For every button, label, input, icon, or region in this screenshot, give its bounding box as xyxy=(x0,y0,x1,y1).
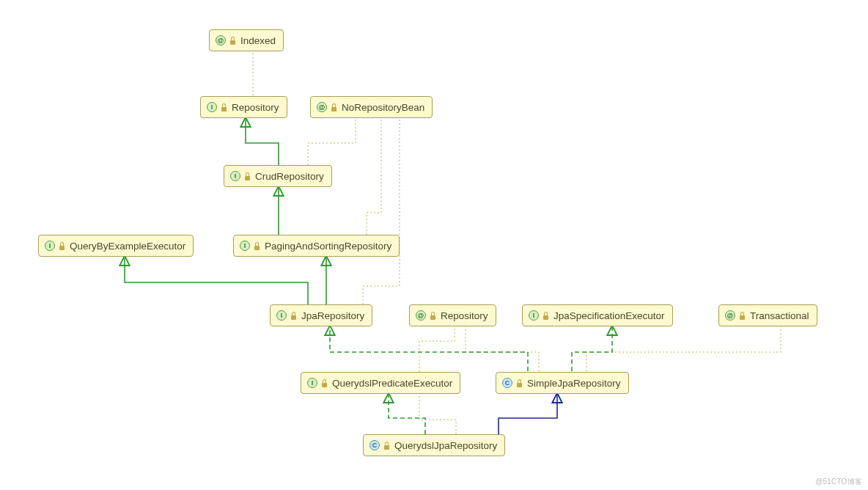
lock-icon xyxy=(254,241,260,250)
interface-icon: I xyxy=(240,241,250,251)
node-label: CrudRepository xyxy=(255,171,324,182)
node-querydslpredicateexecutor[interactable]: I QuerydslPredicateExecutor xyxy=(301,372,460,394)
node-repository-annotation[interactable]: @ Repository xyxy=(409,304,496,326)
node-simplejparepository[interactable]: C SimpleJpaRepository xyxy=(496,372,629,394)
node-pagingandsortingrepository[interactable]: I PagingAndSortingRepository xyxy=(233,235,400,257)
node-querydsljparepository[interactable]: C QuerydslJpaRepository xyxy=(363,434,505,456)
lock-icon xyxy=(244,172,251,180)
node-label: Indexed xyxy=(240,35,276,46)
interface-icon: I xyxy=(207,102,217,112)
node-label: SimpleJpaRepository xyxy=(527,378,621,389)
node-label: JpaSpecificationExecutor xyxy=(553,310,665,321)
lock-icon xyxy=(59,241,65,250)
annotation-icon: @ xyxy=(317,102,327,112)
lock-icon xyxy=(321,379,328,387)
interface-icon: I xyxy=(529,310,539,321)
interface-icon: I xyxy=(307,378,317,388)
node-label: JpaRepository xyxy=(301,310,364,321)
lock-icon xyxy=(542,311,549,320)
node-label: Repository xyxy=(441,310,488,321)
node-label: NoRepositoryBean xyxy=(342,102,424,113)
interface-icon: I xyxy=(230,171,240,181)
class-icon: C xyxy=(369,440,380,450)
node-label: PagingAndSortingRepository xyxy=(265,241,391,252)
node-label: QueryByExampleExecutor xyxy=(70,241,185,252)
lock-icon xyxy=(430,311,436,320)
node-querybyexampleexecutor[interactable]: I QueryByExampleExecutor xyxy=(38,235,194,257)
lock-icon xyxy=(331,103,337,111)
annotation-icon: @ xyxy=(216,35,226,45)
annotation-icon: @ xyxy=(725,310,735,321)
lock-icon xyxy=(516,379,523,387)
node-label: Transactional xyxy=(750,310,809,321)
annotation-icon: @ xyxy=(416,310,426,321)
interface-icon: I xyxy=(276,310,287,321)
node-label: QuerydslPredicateExecutor xyxy=(332,378,452,389)
node-indexed[interactable]: @ Indexed xyxy=(209,29,284,51)
lock-icon xyxy=(229,36,236,45)
node-jparepository[interactable]: I JpaRepository xyxy=(270,304,372,326)
interface-icon: I xyxy=(45,241,55,251)
node-jpaspecificationexecutor[interactable]: I JpaSpecificationExecutor xyxy=(522,304,673,326)
node-label: QuerydslJpaRepository xyxy=(394,440,497,451)
class-icon: C xyxy=(502,378,512,388)
node-crudrepository[interactable]: I CrudRepository xyxy=(224,165,332,187)
lock-icon xyxy=(739,311,746,320)
lock-icon xyxy=(383,441,390,450)
node-norepositorybean[interactable]: @ NoRepositoryBean xyxy=(310,96,433,118)
lock-icon xyxy=(290,311,297,320)
node-repository[interactable]: I Repository xyxy=(200,96,287,118)
lock-icon xyxy=(221,103,227,111)
node-transactional[interactable]: @ Transactional xyxy=(718,304,817,326)
node-label: Repository xyxy=(232,102,279,113)
watermark: @51CTO博客 xyxy=(815,477,862,487)
